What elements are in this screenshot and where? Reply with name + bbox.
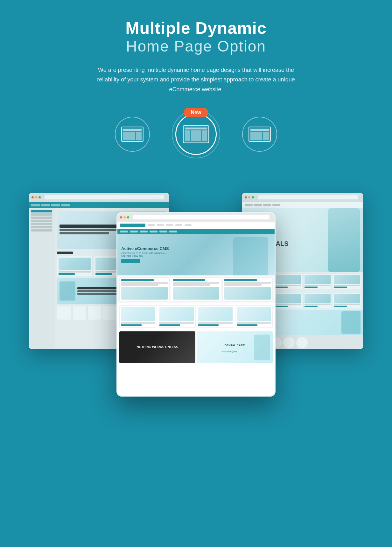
chrome-dot-red [120,216,122,218]
chrome-dot-red [32,196,34,198]
cat-item [169,231,177,232]
center-product-name [237,322,271,324]
center-product-img [121,307,155,321]
center-product-img [237,307,271,321]
deal-text [121,284,158,286]
chrome-address-bar [258,195,358,199]
ss-flash-text [57,252,73,254]
option-center-wrapper: New [175,114,217,155]
center-product-img [198,307,233,321]
dental-image [254,335,270,360]
center-product-name [159,322,194,324]
sidebar-item [31,223,52,225]
center-product-img [159,307,194,321]
deal-text [121,282,168,284]
product-price [334,306,347,307]
ss-right-header [242,202,363,208]
ss-center-hero-btn [121,259,140,263]
page-wrapper: Multiple Dynamic Home Page Option We are… [0,0,392,428]
browser-chrome-right [242,193,363,202]
nav-item [148,224,155,226]
chrome-dot-yellow [248,196,250,198]
deal-title [173,279,205,281]
sidebar-item [31,220,52,222]
center-product-card [197,305,234,328]
option-right-icon[interactable] [242,117,277,152]
center-product-name [121,322,155,324]
product-price [304,287,318,288]
ss-center-hero-title: Active eCommerce CMS [121,246,169,251]
options-icons-row: New [115,114,277,155]
ss-center-products [117,303,275,329]
category-icon [88,306,102,320]
product-card [333,274,361,289]
chrome-dot-green [252,196,254,198]
deal-card-new [222,277,273,301]
ss-center-deals [117,275,275,303]
ss-hero-title [60,225,126,228]
product-name [334,304,360,305]
category-icon [103,306,117,320]
nav-item [61,204,70,206]
sidebar-item [31,229,52,232]
header-item [245,204,253,206]
product-price [275,287,288,288]
dash-line-left [112,152,112,171]
ss-hero-subtitle-short [60,232,109,234]
chrome-dot-red [245,196,247,198]
dash-line-right [280,152,280,171]
deal-image [224,287,271,300]
sidebar-item [31,226,52,228]
browser-chrome-center [117,213,275,222]
ss-center-hero-sub: eCommerce PHP Script with Advance... [121,252,169,254]
nav-item [166,224,173,226]
browser-icon-left [121,127,144,142]
product-img [334,275,360,284]
product-name [334,285,360,286]
product-price [334,287,347,288]
screenshot-center: Active eCommerce CMS eCommerce PHP Scrip… [116,212,276,397]
center-product-card [158,305,195,328]
deal-card-todays [171,277,221,301]
banner-figure [60,281,75,301]
option-left-icon[interactable] [115,117,150,152]
chrome-address-bar [133,215,270,219]
banner-nothing-text: NOTHING WORKS UNLESS [134,343,181,352]
cat-item [140,231,148,232]
chrome-address-bar [45,195,164,199]
nav-item [51,204,60,206]
banner-figure-right [341,311,360,334]
banner-dental-care: DENTAL CARE For Everyone [197,331,273,363]
center-product-card [119,305,157,328]
cat-item [159,231,167,232]
deal-image [121,287,168,300]
ss-center-hero: Active eCommerce CMS eCommerce PHP Scrip… [117,234,275,275]
center-product-price [159,324,180,326]
browser-icon-right [248,127,271,142]
product-card [303,274,332,289]
product-name [59,271,91,273]
banner-nothing-works: NOTHING WORKS UNLESS [119,331,195,363]
nav-item [175,224,182,226]
product-price [95,273,112,275]
product-img [59,258,91,270]
nav-item [157,224,164,226]
deal-text [224,284,262,286]
ss-center-categories [117,229,275,234]
nav-item [31,204,40,206]
product-price [304,306,318,307]
chrome-dot-green [38,196,41,198]
chrome-dot-yellow [123,216,126,218]
product-card [303,293,332,308]
sidebar-item [31,213,52,216]
dental-care-sub: For Everyone [222,350,248,353]
product-name [304,304,331,305]
chrome-dot-green [127,216,129,218]
product-name [275,285,301,286]
dental-care-title: DENTAL CARE [222,341,248,350]
center-product-price [121,324,142,326]
ss-left-sidebar [29,208,54,349]
center-product-price [237,324,257,326]
nav-logo [120,224,145,227]
option-center-icon[interactable] [175,114,217,155]
